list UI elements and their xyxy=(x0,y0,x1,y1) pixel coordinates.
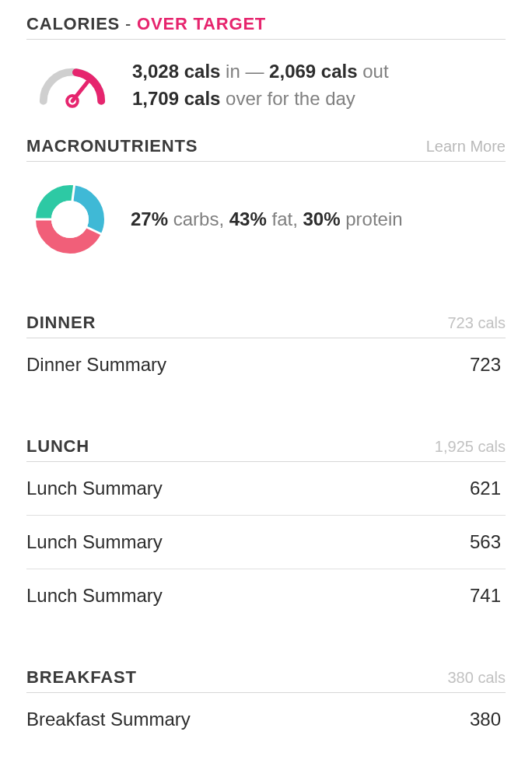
meal-row[interactable]: Lunch Summary741 xyxy=(26,569,506,622)
meal-title: DINNER xyxy=(26,313,96,333)
calories-header: CALORIES - OVER TARGET xyxy=(26,14,506,40)
meal-section: LUNCH1,925 calsLunch Summary621Lunch Sum… xyxy=(26,436,506,622)
calories-text: 3,028 cals in — 2,069 cals out 1,709 cal… xyxy=(132,58,389,113)
meal-item-label: Breakfast Summary xyxy=(26,709,191,730)
cals-over-value: 1,709 cals xyxy=(132,88,220,109)
svg-line-2 xyxy=(72,82,88,100)
emdash: — xyxy=(245,61,264,82)
cals-in-word: in xyxy=(220,61,245,82)
calories-line-1: 3,028 cals in — 2,069 cals out xyxy=(132,58,389,86)
meal-title: LUNCH xyxy=(26,436,89,457)
meal-total: 1,925 cals xyxy=(435,438,506,456)
cals-out-value: 2,069 cals xyxy=(264,61,357,82)
meal-header: DINNER723 cals xyxy=(26,313,506,338)
meal-row[interactable]: Lunch Summary621 xyxy=(26,462,506,516)
meal-header: BREAKFAST380 cals xyxy=(26,667,506,693)
meal-item-label: Lunch Summary xyxy=(26,585,163,607)
protein-pct: 30% xyxy=(303,208,340,229)
meal-title: BREAKFAST xyxy=(26,667,137,688)
carbs-word: carbs, xyxy=(168,208,229,229)
meal-item-value: 741 xyxy=(470,585,501,607)
carbs-pct: 27% xyxy=(131,208,168,229)
meal-header: LUNCH1,925 cals xyxy=(26,436,506,462)
cals-over-word: over for the day xyxy=(220,88,355,109)
calories-line-2: 1,709 cals over for the day xyxy=(132,86,389,113)
meal-row[interactable]: Dinner Summary723 xyxy=(26,338,506,391)
meals-container: DINNER723 calsDinner Summary723LUNCH1,92… xyxy=(26,313,506,746)
macros-title: MACRONUTRIENTS xyxy=(26,136,198,156)
svg-point-9 xyxy=(51,201,89,238)
meal-item-value: 621 xyxy=(470,478,501,499)
meal-item-value: 563 xyxy=(470,531,501,553)
macros-body: 27% carbs, 43% fat, 30% protein xyxy=(26,162,506,282)
dash: - xyxy=(120,14,137,33)
meal-row[interactable]: Lunch Summary563 xyxy=(26,516,506,569)
meal-total: 380 cals xyxy=(448,669,506,687)
nutrition-screen: CALORIES - OVER TARGET 3,028 cals in — 2… xyxy=(0,0,532,746)
meal-item-value: 380 xyxy=(470,709,501,730)
meal-item-label: Lunch Summary xyxy=(26,478,163,499)
fat-word: fat, xyxy=(267,208,303,229)
cals-out-word: out xyxy=(358,61,389,82)
protein-word: protein xyxy=(341,208,403,229)
calories-title: CALORIES - OVER TARGET xyxy=(26,14,266,34)
calories-status: OVER TARGET xyxy=(137,14,266,33)
meal-total: 723 cals xyxy=(448,314,506,332)
meal-section: BREAKFAST380 calsBreakfast Summary380 xyxy=(26,667,506,746)
meal-item-value: 723 xyxy=(470,354,501,376)
meal-row[interactable]: Breakfast Summary380 xyxy=(26,693,506,746)
macros-text: 27% carbs, 43% fat, 30% protein xyxy=(131,208,403,230)
calories-label: CALORIES xyxy=(26,14,120,33)
calories-body: 3,028 cals in — 2,069 cals out 1,709 cal… xyxy=(26,40,506,136)
cals-in-value: 3,028 cals xyxy=(132,61,220,82)
meal-item-label: Lunch Summary xyxy=(26,531,163,553)
gauge-icon xyxy=(34,59,110,113)
macros-header: MACRONUTRIENTS Learn More xyxy=(26,136,506,162)
meal-item-label: Dinner Summary xyxy=(26,354,166,376)
learn-more-link[interactable]: Learn More xyxy=(426,138,506,156)
macros-donut-icon xyxy=(31,180,109,258)
meal-section: DINNER723 calsDinner Summary723 xyxy=(26,313,506,391)
fat-pct: 43% xyxy=(229,208,267,229)
